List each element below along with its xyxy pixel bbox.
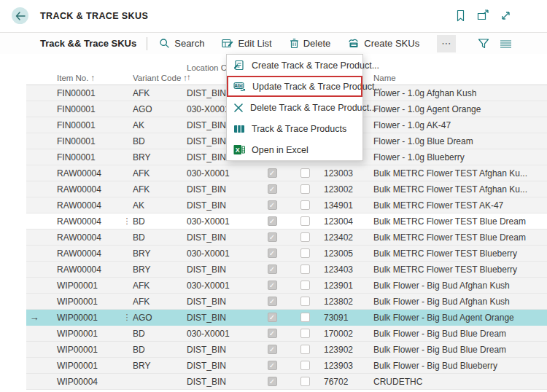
cell-variant: BD bbox=[133, 136, 187, 146]
table-row[interactable]: RAW00004 BRY 030-X0001 ✓ 123005 Bulk MET… bbox=[26, 246, 547, 262]
row-menu-dots[interactable]: ⋮ bbox=[121, 313, 133, 322]
bookmark-icon[interactable] bbox=[454, 9, 467, 22]
table-row[interactable]: WIP00001 BD DIST_BIN ✓ 123902 Bulk Flowe… bbox=[26, 342, 547, 358]
menu-item-update-product[interactable]: Abc Update Track & Trace Product... bbox=[227, 76, 362, 97]
cell-name: Flower - 1.0g Afghan Kush bbox=[373, 88, 547, 98]
flag-checkbox[interactable] bbox=[300, 281, 310, 290]
cell-location: DIST_BIN bbox=[187, 345, 255, 355]
create-skus-button[interactable]: Create SKUs bbox=[348, 38, 419, 49]
column-header-name[interactable]: Name bbox=[373, 74, 547, 82]
expand-icon[interactable] bbox=[499, 9, 512, 22]
cell-location: 030-X0001 bbox=[187, 216, 255, 227]
flag-checkbox[interactable] bbox=[300, 264, 310, 274]
table-row[interactable]: → WIP00001 ⋮ AGO DIST_BIN ✓ 73091 Bulk F… bbox=[26, 310, 547, 326]
cell-number: 123004 bbox=[321, 216, 373, 227]
cell-variant: AK bbox=[133, 120, 187, 130]
cell-variant: BRY bbox=[133, 361, 187, 371]
metrc-checkbox[interactable]: ✓ bbox=[268, 313, 277, 322]
delete-label: Delete bbox=[303, 38, 331, 49]
page-header: TRACK & TRACE SKUS bbox=[0, 0, 547, 32]
list-view-icon[interactable] bbox=[500, 39, 512, 49]
cell-name: Flower - 1.0g Blue Dream bbox=[373, 136, 547, 146]
table-row[interactable]: RAW00004 AFK DIST_BIN ✓ 123002 Bulk METR… bbox=[26, 181, 547, 197]
metrc-checkbox[interactable]: ✓ bbox=[268, 216, 277, 226]
metrc-checkbox[interactable]: ✓ bbox=[268, 248, 277, 258]
cell-item: RAW00004 bbox=[42, 184, 121, 195]
metrc-checkbox[interactable]: ✓ bbox=[268, 264, 277, 274]
flag-checkbox[interactable] bbox=[300, 345, 310, 354]
row-menu-dots[interactable]: ⋮ bbox=[121, 216, 133, 226]
search-icon bbox=[159, 38, 170, 49]
menu-item-open-in-excel[interactable]: X Open in Excel bbox=[227, 139, 362, 160]
metrc-checkbox[interactable]: ✓ bbox=[268, 232, 277, 242]
cell-item: WIP00004 bbox=[42, 377, 121, 387]
flag-checkbox[interactable] bbox=[300, 200, 310, 210]
toolbar-divider bbox=[147, 37, 147, 50]
delete-product-icon bbox=[233, 103, 244, 113]
flag-checkbox[interactable] bbox=[300, 184, 310, 194]
excel-icon: X bbox=[233, 144, 245, 155]
cell-number: 123403 bbox=[321, 264, 373, 275]
list-caption: Track && Trace SKUs bbox=[40, 38, 136, 49]
flag-checkbox[interactable] bbox=[300, 297, 310, 306]
cell-name: Bulk METRC Flower TEST Afghan Ku... bbox=[373, 168, 547, 179]
flag-checkbox[interactable] bbox=[300, 377, 310, 386]
search-label: Search bbox=[174, 38, 204, 49]
cell-number: 134901 bbox=[321, 200, 373, 211]
metrc-checkbox[interactable]: ✓ bbox=[268, 200, 277, 210]
flag-checkbox[interactable] bbox=[300, 329, 310, 338]
back-button[interactable] bbox=[12, 7, 28, 24]
cell-number: 123901 bbox=[321, 281, 373, 291]
delete-button[interactable]: Delete bbox=[290, 38, 331, 49]
cell-item: FIN00001 bbox=[42, 120, 121, 130]
edit-list-icon bbox=[222, 38, 233, 49]
search-button[interactable]: Search bbox=[159, 38, 204, 49]
table-row[interactable]: RAW00004 AFK 030-X0001 ✓ 123003 Bulk MET… bbox=[26, 165, 547, 181]
edit-list-button[interactable]: Edit List bbox=[222, 38, 271, 49]
metrc-checkbox[interactable]: ✓ bbox=[268, 361, 277, 370]
flag-checkbox[interactable] bbox=[300, 248, 310, 258]
flag-checkbox[interactable] bbox=[300, 361, 310, 370]
metrc-checkbox[interactable]: ✓ bbox=[268, 345, 277, 354]
table-row[interactable]: RAW00004 BD DIST_BIN ✓ 123402 Bulk METRC… bbox=[26, 230, 547, 246]
cell-number: 76702 bbox=[321, 377, 373, 387]
metrc-checkbox[interactable]: ✓ bbox=[268, 377, 277, 386]
menu-item-create-product[interactable]: Create Track & Trace Product... bbox=[227, 55, 362, 76]
cell-location: 030-X0001 bbox=[187, 168, 255, 179]
cell-location: DIST_BIN bbox=[187, 200, 255, 211]
metrc-checkbox[interactable]: ✓ bbox=[268, 184, 277, 194]
table-row[interactable]: RAW00004 BRY DIST_BIN ✓ 123403 Bulk METR… bbox=[26, 262, 547, 278]
more-options-button[interactable]: ⋯ bbox=[437, 35, 456, 52]
table-row[interactable]: WIP00001 BD 030-X0001 ✓ 170002 Bulk Flow… bbox=[26, 326, 547, 342]
cell-variant: AFK bbox=[133, 184, 187, 195]
cell-name: Flower - 1.0g Blueberry bbox=[373, 152, 547, 162]
cell-name: Bulk Flower - Big Bud Blue Dream bbox=[373, 329, 547, 339]
flag-checkbox[interactable] bbox=[300, 232, 310, 242]
metrc-checkbox[interactable]: ✓ bbox=[268, 297, 277, 306]
metrc-checkbox[interactable]: ✓ bbox=[268, 329, 277, 338]
filter-icon[interactable] bbox=[478, 38, 489, 49]
cell-variant: AK bbox=[133, 200, 187, 211]
flag-checkbox[interactable] bbox=[300, 313, 310, 322]
flag-checkbox[interactable] bbox=[300, 216, 310, 226]
open-in-window-icon[interactable] bbox=[476, 9, 489, 22]
table-row[interactable]: WIP00001 BRY DIST_BIN ✓ 123903 Bulk Flow… bbox=[26, 358, 547, 374]
flag-checkbox[interactable] bbox=[300, 168, 310, 178]
cell-name: Bulk Flower - Big Bud Blueberry bbox=[373, 361, 547, 371]
column-header-variant-code[interactable]: Variant Code↑ bbox=[133, 74, 187, 82]
table-row[interactable]: RAW00004 ⋮ BD 030-X0001 ✓ 123004 Bulk ME… bbox=[26, 213, 547, 230]
cell-name: Flower - 1.0g Agent Orange bbox=[373, 104, 547, 114]
cell-number: 73091 bbox=[321, 313, 373, 323]
table-row[interactable]: WIP00004 DIST_BIN ✓ 76702 CRUDETHC bbox=[26, 374, 547, 390]
table-row[interactable]: RAW00004 AK DIST_BIN ✓ 134901 Bulk METRC… bbox=[26, 197, 547, 213]
column-header-item-no[interactable]: Item No.↑ bbox=[42, 74, 121, 82]
menu-item-track-trace-products[interactable]: Track & Trace Products bbox=[227, 118, 362, 139]
table-row[interactable]: WIP00001 AFK DIST_BIN ✓ 123802 Bulk Flow… bbox=[26, 294, 547, 310]
cell-name: Bulk METRC Flower TEST Blue Dream bbox=[373, 232, 547, 243]
table-row[interactable]: WIP00001 AFK 030-X0001 ✓ 123901 Bulk Flo… bbox=[26, 278, 547, 294]
cell-name: Bulk Flower - Big Bud Afghan Kush bbox=[373, 281, 547, 291]
cell-variant: BRY bbox=[133, 152, 187, 162]
metrc-checkbox[interactable]: ✓ bbox=[268, 281, 277, 290]
metrc-checkbox[interactable]: ✓ bbox=[268, 168, 277, 178]
menu-item-delete-product[interactable]: Delete Track & Trace Product... bbox=[227, 97, 362, 118]
